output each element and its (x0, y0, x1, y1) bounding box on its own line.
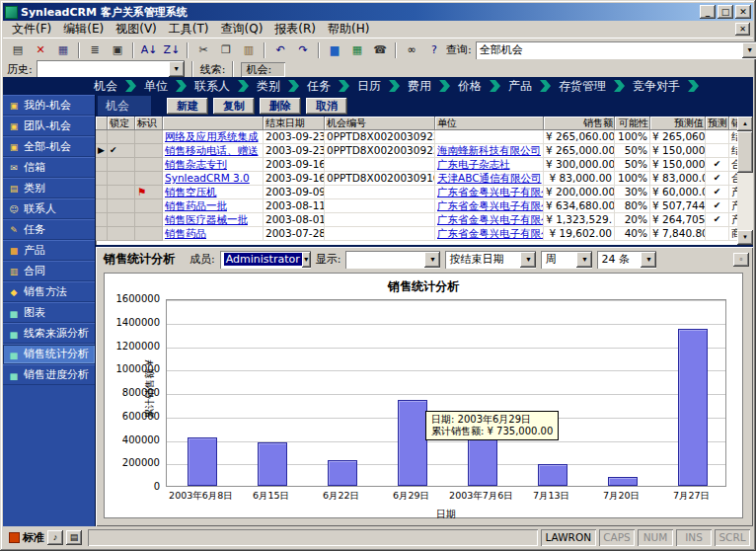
column-header[interactable]: 预测 (706, 117, 729, 130)
minimize-button[interactable]: _ (700, 5, 716, 19)
sidebar-item-0[interactable]: ▣我的-机会 (3, 95, 95, 116)
bar[interactable] (608, 477, 638, 487)
column-header[interactable]: 销 (729, 117, 737, 130)
sidebar-item-9[interactable]: ◆销售方法 (3, 281, 95, 302)
column-header[interactable]: 标识 (135, 117, 163, 130)
bar[interactable] (678, 329, 708, 486)
tab-4[interactable]: 任务 (299, 78, 339, 95)
phone-icon[interactable]: ☎ (369, 40, 391, 60)
ime-icon[interactable] (9, 532, 20, 543)
chevron-down-icon[interactable]: ▼ (641, 252, 656, 268)
scrollbar-track[interactable] (737, 173, 753, 230)
sort-desc-icon[interactable]: Z↓ (161, 40, 183, 60)
sidebar-item-10[interactable]: ▅图表 (3, 302, 95, 323)
print-icon[interactable]: ≣ (84, 40, 106, 60)
tab-5[interactable]: 日历 (349, 78, 389, 95)
chevron-down-icon[interactable]: ▼ (302, 252, 311, 268)
sidebar-item-13[interactable]: ▅销售进度分析 (3, 364, 95, 385)
close-button[interactable]: ✕ (735, 5, 751, 19)
opportunity-button-3[interactable]: 取消 (306, 98, 347, 115)
bar[interactable] (188, 437, 217, 486)
tab-9[interactable]: 存货管理 (551, 78, 614, 95)
cell-name[interactable]: 销售移动电话、赠送 (163, 144, 264, 158)
delete-icon[interactable]: ✕ (30, 40, 51, 60)
cell-unit[interactable]: 广东电子杂志社 (435, 158, 544, 172)
column-header[interactable]: 预测值 (650, 117, 706, 130)
column-header[interactable]: 锁定 (108, 117, 135, 130)
history-combobox[interactable]: ▼ (37, 60, 185, 78)
ime-keyboard-icon[interactable]: ▤ (66, 530, 82, 545)
cell-unit[interactable]: 广东省金粤兴电子有限公司 (435, 186, 544, 199)
paste-icon[interactable]: ▥ (238, 40, 260, 60)
column-header[interactable]: 可能性 (615, 117, 650, 130)
sort-asc-icon[interactable]: A↓ (138, 40, 160, 60)
cell-unit[interactable]: 天津ABC通信有限公司 (435, 172, 544, 186)
sidebar-item-5[interactable]: ☺联系人 (3, 198, 95, 219)
chevron-down-icon[interactable]: ▼ (520, 252, 536, 268)
sidebar-item-1[interactable]: ▣团队-机会 (3, 116, 95, 136)
tab-6[interactable]: 费用 (400, 78, 439, 95)
cell-unit[interactable]: 广东省金粤兴电子有限公司 (435, 213, 544, 227)
column-header[interactable]: 结束日期 (264, 117, 325, 130)
scroll-up-icon[interactable]: ▲ (737, 117, 753, 131)
new-icon[interactable]: ▤ (7, 40, 29, 60)
tab-8[interactable]: 产品 (500, 78, 540, 95)
query-combobox[interactable]: 全部机会 ▼ (476, 41, 756, 59)
menu-item-4[interactable]: 查询(Q) (215, 20, 269, 39)
period-combobox[interactable]: 周 ▼ (541, 251, 592, 269)
grid-scrollbar[interactable]: ▲ ▼ (737, 117, 753, 245)
chevron-down-icon[interactable]: ▼ (169, 61, 185, 77)
column-header[interactable]: 销售额 (544, 117, 615, 130)
sidebar-item-8[interactable]: ▥合同 (3, 261, 95, 281)
tab-3[interactable]: 类别 (249, 78, 288, 95)
cell-name[interactable]: 销售药品 (163, 227, 264, 241)
cell-unit[interactable]: 海南蜂新科技有限公司 (435, 144, 544, 158)
table-row[interactable]: ⚑销售空压机2003-09-09广东省金粤兴电子有限公司¥ 200,000.00… (96, 186, 737, 199)
chevron-down-icon[interactable]: ▼ (424, 252, 440, 268)
table-row[interactable]: ▶✔销售移动电话、赠送2003-09-230PPTD8X002003092300… (96, 144, 737, 158)
undo-icon[interactable]: ↶ (269, 40, 291, 60)
sidebar-item-11[interactable]: ▅线索来源分析 (3, 323, 95, 344)
scrollbar-thumb[interactable] (737, 131, 753, 173)
opportunity-segment[interactable]: 机会: (241, 62, 285, 77)
opportunity-button-0[interactable]: 新建 (167, 98, 208, 115)
chevron-down-icon[interactable]: ▼ (742, 42, 756, 58)
menu-item-0[interactable]: 文件(F) (6, 20, 57, 39)
redo-icon[interactable]: ↷ (292, 40, 314, 60)
bar[interactable] (398, 400, 427, 486)
menu-item-5[interactable]: 报表(R) (268, 20, 322, 39)
menu-item-2[interactable]: 视图(V) (110, 20, 163, 39)
ime-punctuation-button[interactable]: ♪ (47, 530, 63, 545)
panel-maximize-button[interactable]: ▫ (733, 253, 749, 267)
cell-name[interactable]: 销售药品一批 (163, 199, 264, 213)
table-row[interactable]: 网络及应用系统集成2003-09-230PPTD8X0020030923001¥… (96, 130, 737, 144)
bar[interactable] (538, 464, 567, 486)
sidebar-item-3[interactable]: ✉信箱 (3, 157, 95, 178)
table-row[interactable]: 销售杂志专刊2003-09-16广东电子杂志社¥ 300,000.0050%¥ … (96, 158, 737, 172)
column-header[interactable]: 机会编号 (325, 117, 435, 130)
table-row[interactable]: SynleadCRM 3.02003-09-160PPTD8X002003091… (96, 172, 737, 186)
grid-icon[interactable]: ▦ (346, 40, 368, 60)
sidebar-item-6[interactable]: ✎任务 (3, 219, 95, 240)
cut-icon[interactable]: ✂ (192, 40, 214, 60)
group-combobox[interactable]: 按结束日期 ▼ (445, 251, 536, 269)
tab-2[interactable]: 联系人 (187, 78, 238, 95)
column-header[interactable]: 单位 (435, 117, 544, 130)
find-icon[interactable]: ∞ (401, 40, 422, 60)
copy-icon[interactable]: ❐ (215, 40, 237, 60)
cell-unit[interactable]: 广东省金粤兴电子有限公司 (435, 227, 544, 241)
sidebar-item-4[interactable]: ▤类别 (3, 178, 95, 198)
bar[interactable] (328, 460, 357, 486)
tab-10[interactable]: 竞争对手 (625, 78, 688, 95)
preview-icon[interactable]: ▣ (107, 40, 128, 60)
sidebar-item-2[interactable]: ▣全部-机会 (3, 136, 95, 157)
maximize-button[interactable]: □ (718, 5, 733, 19)
help-icon[interactable]: ? (423, 40, 445, 60)
tab-1[interactable]: 单位 (136, 78, 176, 95)
bar[interactable] (468, 436, 497, 486)
cell-name[interactable]: 网络及应用系统集成 (163, 130, 264, 144)
lead-label[interactable]: 线索: (200, 62, 226, 77)
sidebar-item-7[interactable]: ■产品 (3, 240, 95, 261)
cell-name[interactable]: 销售医疗器械一批 (163, 213, 264, 227)
display-combobox[interactable]: ▼ (345, 251, 440, 269)
